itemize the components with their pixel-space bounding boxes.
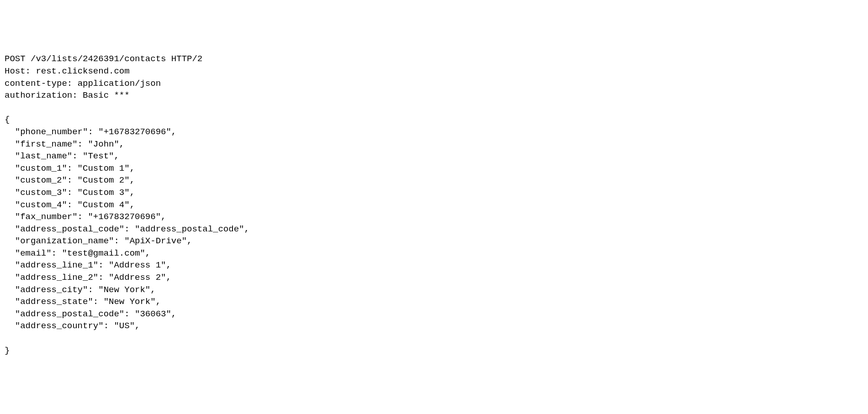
json-field-organization-name: "organization_name": "ApiX-Drive", <box>5 236 192 246</box>
json-field-address-line-1: "address_line_1": "Address 1", <box>5 260 171 270</box>
json-field-custom-1: "custom_1": "Custom 1", <box>5 163 135 173</box>
json-field-address-postal-code-2: "address_postal_code": "36063", <box>5 309 176 319</box>
json-field-last-name: "last_name": "Test", <box>5 151 119 161</box>
json-open-brace: { <box>5 115 10 125</box>
http-request-block: POST /v3/lists/2426391/contacts HTTP/2 H… <box>5 53 863 356</box>
json-field-fax-number: "fax_number": "+16783270696", <box>5 212 166 222</box>
json-field-address-line-2: "address_line_2": "Address 2", <box>5 273 171 283</box>
request-line: POST /v3/lists/2426391/contacts HTTP/2 <box>5 54 202 64</box>
json-field-email: "email": "test@gmail.com", <box>5 248 150 258</box>
content-type-header: content-type: application/json <box>5 79 161 89</box>
json-field-address-city: "address_city": "New York", <box>5 285 156 295</box>
json-field-phone-number: "phone_number": "+16783270696", <box>5 127 176 137</box>
authorization-header: authorization: Basic *** <box>5 90 130 100</box>
json-field-first-name: "first_name": "John", <box>5 139 124 149</box>
host-header: Host: rest.clicksend.com <box>5 66 130 76</box>
json-field-address-state: "address_state": "New York", <box>5 297 161 307</box>
json-field-custom-3: "custom_3": "Custom 3", <box>5 188 135 198</box>
json-field-address-postal-code-1: "address_postal_code": "address_postal_c… <box>5 224 249 234</box>
json-close-brace: } <box>5 346 10 356</box>
json-field-custom-4: "custom_4": "Custom 4", <box>5 200 135 210</box>
json-field-custom-2: "custom_2": "Custom 2", <box>5 175 135 185</box>
json-field-address-country: "address_country": "US", <box>5 321 140 331</box>
